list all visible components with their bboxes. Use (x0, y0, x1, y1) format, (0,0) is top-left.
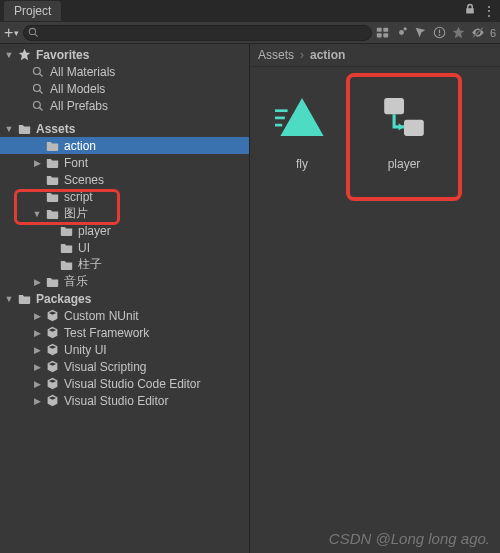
fold-icon[interactable] (32, 345, 42, 355)
tree-row[interactable]: 柱子 (0, 256, 249, 273)
search-field[interactable] (23, 25, 372, 41)
svg-line-1 (35, 34, 38, 37)
tree-row[interactable]: Font (0, 154, 249, 171)
menu-dots-icon[interactable]: ⋮ (482, 3, 496, 19)
tree-row[interactable]: UI (0, 239, 249, 256)
tree-row-label: 音乐 (62, 273, 88, 290)
tree-row[interactable]: Unity UI (0, 341, 249, 358)
toolbar: +▾ 6 (0, 22, 500, 44)
svg-line-16 (40, 90, 43, 93)
tree-row-label: Scenes (62, 173, 104, 187)
tab-title: Project (14, 4, 51, 18)
package-icon (45, 309, 59, 323)
favorite-item[interactable]: All Models (0, 80, 249, 97)
star-icon (17, 48, 31, 62)
folder-icon (59, 224, 73, 238)
chevron-down-icon: ▾ (14, 28, 19, 38)
breadcrumb-root[interactable]: Assets (258, 48, 294, 62)
folder-icon (45, 173, 59, 187)
search-icon (31, 65, 45, 79)
fold-icon[interactable] (32, 209, 42, 219)
create-menu-button[interactable]: +▾ (4, 24, 19, 42)
tree-row-label: action (62, 139, 96, 153)
filter-by-type-icon[interactable] (376, 26, 390, 40)
tree-row[interactable]: Test Framework (0, 324, 249, 341)
packages-header[interactable]: Packages (0, 290, 249, 307)
folder-icon (45, 207, 59, 221)
fold-icon[interactable] (32, 158, 42, 168)
package-icon (45, 343, 59, 357)
fold-icon[interactable] (4, 294, 14, 304)
fold-icon[interactable] (32, 362, 42, 372)
hidden-icon[interactable] (471, 26, 485, 40)
fold-icon[interactable] (32, 328, 42, 338)
tree-row[interactable]: 图片 (0, 205, 249, 222)
tree-row-label: 柱子 (76, 256, 102, 273)
star-icon[interactable] (452, 26, 466, 40)
tree-row-label: Unity UI (62, 343, 107, 357)
svg-point-7 (404, 27, 407, 30)
search-icon (31, 82, 45, 96)
folder-icon (59, 241, 73, 255)
tree-row[interactable]: player (0, 222, 249, 239)
svg-line-14 (40, 73, 43, 76)
asset-item-fly[interactable]: fly (260, 85, 344, 171)
lock-icon[interactable] (464, 3, 476, 19)
tree-row-label: 图片 (62, 205, 88, 222)
filter-by-label-icon[interactable] (395, 26, 409, 40)
svg-line-18 (40, 107, 43, 110)
plus-icon: + (4, 24, 13, 42)
fold-icon[interactable] (4, 124, 14, 134)
svg-rect-4 (377, 33, 382, 37)
asset-item-player[interactable]: player (362, 85, 446, 171)
asset-grid: fly player (250, 67, 500, 524)
warning-icon[interactable] (433, 26, 447, 40)
search-icon (31, 99, 45, 113)
svg-point-13 (34, 67, 41, 74)
svg-point-10 (439, 34, 441, 36)
assets-label: Assets (34, 122, 75, 136)
tree-row[interactable]: Visual Scripting (0, 358, 249, 375)
breadcrumb: Assets › action (250, 44, 500, 67)
svg-rect-22 (384, 98, 404, 114)
tree-row[interactable]: Visual Studio Editor (0, 392, 249, 409)
assets-header[interactable]: Assets (0, 120, 249, 137)
favorites-header[interactable]: Favorites (0, 46, 249, 63)
animator-controller-icon (372, 85, 436, 149)
svg-point-15 (34, 84, 41, 91)
breadcrumb-current[interactable]: action (310, 48, 345, 62)
favorite-item[interactable]: All Prefabs (0, 97, 249, 114)
chevron-right-icon: › (300, 48, 304, 62)
tab-bar: Project ⋮ (0, 0, 500, 22)
fold-icon[interactable] (32, 311, 42, 321)
animation-clip-icon (270, 85, 334, 149)
package-icon (45, 326, 59, 340)
tree-row[interactable]: Custom NUnit (0, 307, 249, 324)
package-icon (45, 394, 59, 408)
asset-label: player (388, 157, 421, 171)
project-tab[interactable]: Project (4, 1, 61, 21)
project-tree: Favorites All Materials All Models All P… (0, 44, 250, 553)
fold-icon[interactable] (32, 396, 42, 406)
asset-label: fly (296, 157, 308, 171)
tree-row[interactable]: Visual Studio Code Editor (0, 375, 249, 392)
svg-point-0 (30, 28, 36, 34)
save-filter-icon[interactable] (414, 26, 428, 40)
packages-label: Packages (34, 292, 91, 306)
tree-row[interactable]: 音乐 (0, 273, 249, 290)
tree-row[interactable]: action (0, 137, 249, 154)
svg-point-17 (34, 101, 41, 108)
favorite-item[interactable]: All Materials (0, 63, 249, 80)
tree-row[interactable]: script (0, 188, 249, 205)
tree-row-label: Visual Studio Editor (62, 394, 169, 408)
tree-row[interactable]: Scenes (0, 171, 249, 188)
favorites-label: Favorites (34, 48, 89, 62)
folder-icon (45, 156, 59, 170)
fold-icon[interactable] (32, 277, 42, 287)
fold-icon[interactable] (32, 379, 42, 389)
tree-row-label: Test Framework (62, 326, 149, 340)
fold-icon[interactable] (4, 50, 14, 60)
package-icon (45, 377, 59, 391)
search-input[interactable] (43, 27, 367, 39)
tree-row-label: Visual Studio Code Editor (62, 377, 201, 391)
